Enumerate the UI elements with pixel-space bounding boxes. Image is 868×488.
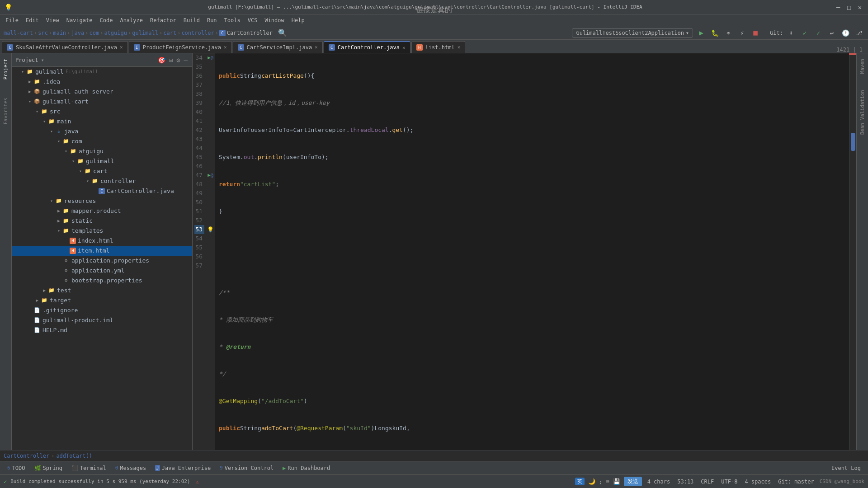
char-count[interactable]: 4 chars [646, 479, 672, 485]
tree-atguigu[interactable]: ▾ 📁 atguigu [12, 146, 192, 156]
bc-src[interactable]: src [38, 30, 48, 36]
run-config-selector[interactable]: GulimallTestSsoClient2Application ▾ [572, 28, 693, 38]
project-panel-btn[interactable]: Project [1, 55, 10, 83]
menu-run[interactable]: Run [203, 16, 221, 24]
tree-resources[interactable]: ▾ 📁 resources [12, 196, 192, 206]
bc-main[interactable]: main [53, 30, 66, 36]
bottom-tab-spring[interactable]: 🌿 Spring [31, 464, 66, 472]
tab-cartcontroller[interactable]: C CartController.java ✕ [324, 41, 410, 53]
semicolon-indicator[interactable]: ; [599, 479, 602, 485]
git-update-button[interactable]: ⬇ [786, 28, 797, 38]
tree-main[interactable]: ▾ 📁 main [12, 117, 192, 127]
tree-idea[interactable]: ▶ 📁 .idea [12, 77, 192, 87]
menu-build[interactable]: Build [180, 16, 203, 24]
input-method-indicator[interactable]: 英 [575, 478, 585, 485]
bc-gulimall[interactable]: gulimall [132, 30, 158, 36]
minimize-sidebar-btn[interactable]: — [183, 56, 189, 65]
tree-test[interactable]: ▶ 📁 test [12, 286, 192, 296]
crlf-display[interactable]: CRLF [699, 479, 716, 485]
tab-skusale[interactable]: C SkuSaleAttrValueController.java ✕ [2, 41, 128, 53]
git-commit-button[interactable]: ✓ [799, 28, 810, 38]
menu-edit[interactable]: Edit [22, 16, 42, 24]
code-container[interactable]: 34 35 36 37 38 39 40 41 42 43 44 45 46 4… [193, 53, 856, 450]
tree-indexhtml[interactable]: ▶ H index.html [12, 236, 192, 246]
bottom-tab-terminal[interactable]: ⬛ Terminal [68, 464, 110, 472]
sidebar-dropdown-icon[interactable]: ▾ [41, 57, 44, 63]
bc-cartcontroller-link[interactable]: CartController [4, 453, 49, 459]
menu-analyze[interactable]: Analyze [116, 16, 146, 24]
vcs-display[interactable]: Git: master [776, 479, 816, 485]
tree-root[interactable]: ▾ 📁 gulimall F:\gulimall [12, 67, 192, 77]
tree-bootstrap[interactable]: ▶ ⚙ bootstrap.properties [12, 276, 192, 286]
run-line34-icon[interactable]: ▶ [208, 53, 211, 62]
tree-cartcontroller-file[interactable]: ▶ C CartController.java [12, 186, 192, 196]
bc-atguigu[interactable]: atguigu [104, 30, 127, 36]
encoding-display[interactable]: UTF-8 [719, 479, 739, 485]
menu-vcs[interactable]: VCS [244, 16, 261, 24]
tree-src[interactable]: ▾ 📁 src [12, 107, 192, 117]
menu-navigate[interactable]: Navigate [63, 16, 96, 24]
bc-cart[interactable]: cart [163, 30, 176, 36]
tab-close-skusale[interactable]: ✕ [120, 44, 123, 50]
tree-static[interactable]: ▶ 📁 static [12, 216, 192, 226]
menu-code[interactable]: Code [96, 16, 117, 24]
tree-gitignore[interactable]: ▶ 📄 .gitignore [12, 305, 192, 315]
bottom-tab-messages[interactable]: 0 Messages [112, 464, 150, 472]
menu-refactor[interactable]: Refactor [146, 16, 180, 24]
stop-button[interactable]: ■ [750, 28, 761, 38]
settings-btn[interactable]: ⚙ [175, 56, 181, 65]
send-button[interactable]: 发送 [624, 477, 642, 486]
position-display[interactable]: 53:13 [675, 479, 695, 485]
debug-button[interactable]: 🐛 [709, 28, 720, 38]
tree-iml[interactable]: ▶ 📄 gulimall-product.iml [12, 315, 192, 325]
bc-mall-cart[interactable]: mall-cart [4, 30, 33, 36]
bottom-tab-event-log[interactable]: Event Log [828, 464, 864, 472]
tree-target[interactable]: ▶ 📁 target [12, 296, 192, 305]
nav-search-btn[interactable]: 🔍 [278, 28, 287, 37]
locate-file-btn[interactable]: 🎯 [157, 56, 166, 65]
tab-close-listhtml[interactable]: ✕ [458, 44, 461, 50]
bc-controller[interactable]: controller [181, 30, 214, 36]
tree-java-folder[interactable]: ▾ ☕ java [12, 127, 192, 136]
git-rollback-button[interactable]: ↩ [826, 28, 837, 38]
menu-help[interactable]: Help [288, 16, 308, 24]
favorites-panel-btn[interactable]: Favorites [1, 94, 10, 128]
run-line47-icon[interactable]: ▶ [208, 171, 211, 180]
run-with-button[interactable]: ⚡ [736, 28, 747, 38]
tab-close-cartcontroller[interactable]: ✕ [402, 45, 406, 51]
tab-productfeign[interactable]: I ProductFeignService.java ✕ [129, 41, 232, 53]
run-button[interactable]: ▶ [696, 28, 707, 38]
menu-tools[interactable]: Tools [221, 16, 244, 24]
tree-auth[interactable]: ▶ 📦 gulimall-auth-server [12, 87, 192, 97]
bc-cartcontroller[interactable]: C CartController [219, 30, 273, 36]
tree-gulimall-pkg[interactable]: ▾ 📁 gulimall [12, 156, 192, 166]
tree-com[interactable]: ▾ 📁 com [12, 136, 192, 146]
bottom-tab-todo[interactable]: 6 TODO [4, 464, 29, 472]
bc-addtocart-link[interactable]: addToCart() [56, 453, 92, 459]
bottom-tab-run-dashboard[interactable]: ▶ Run Dashboard [279, 464, 334, 472]
tab-listhtml[interactable]: H list.html ✕ [411, 41, 466, 53]
bc-com[interactable]: com [89, 30, 99, 36]
menu-window[interactable]: Window [261, 16, 288, 24]
tree-helpmd[interactable]: ▶ 📄 HELP.md [12, 325, 192, 335]
code-editor[interactable]: public String cartListPage(){ //1、快速得到用户… [215, 53, 849, 450]
git-history-button[interactable]: 🕐 [840, 28, 851, 38]
maximize-button[interactable]: □ [845, 4, 853, 11]
bottom-tab-java-enterprise[interactable]: J Java Enterprise [151, 464, 214, 472]
bottom-tab-version-control[interactable]: 9 Version Control [216, 464, 277, 472]
indent-display[interactable]: 4 spaces [743, 479, 773, 485]
scroll-thumb[interactable] [851, 133, 855, 151]
tree-cart[interactable]: ▾ 📦 gulimall-cart [12, 97, 192, 107]
tree-itemhtml[interactable]: ▶ H item.html [12, 246, 192, 256]
tree-templates[interactable]: ▾ 📁 templates [12, 226, 192, 236]
bean-validation-btn[interactable]: Bean Validation [858, 86, 867, 138]
menu-file[interactable]: File [2, 16, 22, 24]
tree-mapper-product[interactable]: ▶ 📁 mapper.product [12, 206, 192, 216]
menu-view[interactable]: View [42, 16, 63, 24]
tab-cartserviceimpl[interactable]: C CartServiceImpl.java ✕ [233, 41, 323, 53]
git-push-button[interactable]: ✓ [813, 28, 824, 38]
git-branches-button[interactable]: ⎇ [854, 28, 864, 38]
close-button[interactable]: ✕ [856, 4, 863, 11]
tree-appyml[interactable]: ▶ ⚙ application.yml [12, 266, 192, 276]
tree-controller-pkg[interactable]: ▾ 📁 controller [12, 176, 192, 186]
